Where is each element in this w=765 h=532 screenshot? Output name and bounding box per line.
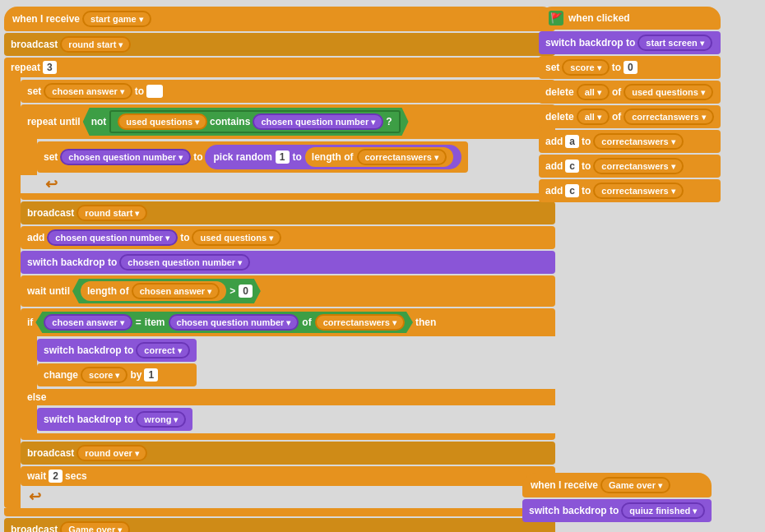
add-chosen-question[interactable]: add chosen question number to used quest… [21,226,555,249]
switch-correct[interactable]: switch backdrop to correct [37,339,197,362]
used-questions-del[interactable]: used questions [624,84,713,100]
correctanswers-add3[interactable]: correctanswers [593,183,683,199]
add-a[interactable]: add a to correctanswers [539,130,721,153]
broadcast-val[interactable]: round start [60,36,131,53]
chosen-q-num-add[interactable]: chosen question number [47,229,178,246]
start-screen-val[interactable]: start screen [638,35,712,51]
repeat-until-header[interactable]: repeat until not used questions contains… [21,104,555,139]
repeat-until-left [21,139,37,175]
broadcast2-val[interactable]: round start [76,205,147,221]
game-over-val[interactable]: Game over [60,521,130,532]
add-c1[interactable]: add c to correctanswers [539,155,721,178]
if-left-bar [21,336,37,389]
game-over-receive-val[interactable]: Game over [600,477,670,493]
if-then-body: switch backdrop to correct change score … [21,336,555,389]
broadcast-game-over[interactable]: broadcast Game over [4,518,555,532]
all-qty2[interactable]: all [577,109,610,125]
add-a-val[interactable]: a [565,135,579,148]
receive-game-over-label: when I receive [531,479,598,491]
length-of-block[interactable]: length of correctanswers [305,147,453,167]
add-c2-val[interactable]: c [565,184,579,197]
repeat-bottom [4,508,555,516]
if-header[interactable]: if chosen answer = item chosen question … [21,308,555,336]
else-inner: switch backdrop to wrong [37,405,192,433]
broadcast-round-start-2[interactable]: broadcast round start [21,201,555,224]
used-questions-list[interactable]: used questions [118,113,207,130]
hat-when-clicked[interactable]: 🚩 when clicked [539,7,721,30]
correctanswers-list[interactable]: correctanswers [357,149,447,165]
correctanswers-add2[interactable]: correctanswers [593,158,683,174]
wait-until-condition[interactable]: length of chosen answer > 0 [72,279,261,303]
repeat-left-bar [4,77,21,508]
else-left-bar [21,405,37,433]
wait-num[interactable]: 2 [49,470,63,483]
switch-quiz-finished[interactable]: switch backdrop to quiuz finished [522,499,712,522]
score-var[interactable]: score [81,367,128,383]
length-chosen-answer[interactable]: length of chosen answer [81,281,226,301]
correct-val[interactable]: correct [136,342,189,359]
if-block: if chosen answer = item chosen question … [21,308,555,440]
score-set-var[interactable]: score [562,59,609,76]
delete-used-questions[interactable]: delete all of used questions [539,81,721,104]
receive-value[interactable]: start game [82,11,151,27]
if-bottom [21,433,555,440]
chosen-question-number-var[interactable]: chosen question number [253,113,383,130]
repeat-until-body: set chosen question number to pick rando… [21,139,555,175]
chosen-answer-var[interactable]: chosen answer [44,83,132,99]
hat-when-receive[interactable]: when I receive start game [4,7,555,31]
contains-block[interactable]: used questions contains chosen question … [109,110,400,133]
set-value-empty[interactable] [146,85,163,98]
set-score-0[interactable]: set score to 0 [539,56,721,79]
broadcast-round-start[interactable]: broadcast round start [4,33,555,56]
switch-backdrop-q[interactable]: switch backdrop to chosen question numbe… [21,251,555,274]
if-condition[interactable]: chosen answer = item chosen question num… [35,312,413,333]
left-panel: when I receive start game broadcast roun… [4,7,555,532]
change-score[interactable]: change score by 1 [37,363,197,386]
all-qty1[interactable]: all [577,84,610,100]
curve-arrow-2: ↩ [29,488,555,506]
set-chosen-question[interactable]: set chosen question number to pick rando… [37,141,468,173]
used-questions-add[interactable]: used questions [192,229,281,246]
switch-wrong[interactable]: switch backdrop to wrong [37,408,192,431]
repeat-block: repeat 3 set chosen answer to [4,58,555,516]
wait-until-block[interactable]: wait until length of chosen answer > 0 [21,275,555,307]
repeat-until-inner: set chosen question number to pick rando… [37,139,468,175]
chosen-answer-wait[interactable]: chosen answer [132,283,220,299]
random-from[interactable]: 1 [276,150,290,164]
add-c1-val[interactable]: c [565,160,579,173]
wait-val[interactable]: 0 [239,285,253,298]
round-over-val[interactable]: round over [76,445,146,461]
if-inner: switch backdrop to correct change score … [37,336,197,389]
chosen-q-num-var[interactable]: chosen question number [60,149,191,165]
repeat-until-bottom [21,193,555,200]
repeat-header[interactable]: repeat 3 [4,58,555,77]
else-body: switch backdrop to wrong [21,405,555,433]
repeat-body: set chosen answer to repeat until not [4,77,555,508]
curve-arrow: ↩ [45,175,555,193]
pick-random-block[interactable]: pick random 1 to length of correctanswer… [205,145,461,169]
wrong-val[interactable]: wrong [136,411,186,428]
delete-correctanswers[interactable]: delete all of correctanswers [539,105,721,128]
quiz-finished-val[interactable]: quiuz finished [621,502,705,519]
add-c2[interactable]: add c to correctanswers [539,179,721,202]
wait-secs[interactable]: wait 2 secs [21,466,555,486]
else-label: else [21,389,555,405]
repeat-inner: set chosen answer to repeat until not [21,77,555,508]
hat-game-over[interactable]: when I receive Game over [522,473,712,497]
right-panel: 🚩 when clicked switch backdrop to start … [539,7,721,202]
change-val[interactable]: 1 [144,368,158,382]
green-flag-icon: 🚩 [549,11,563,25]
chosen-ans-if[interactable]: chosen answer [44,314,132,331]
set-chosen-answer[interactable]: set chosen answer to [21,80,555,103]
chosen-q-if[interactable]: chosen question number [169,314,299,331]
broadcast-round-over[interactable]: broadcast round over [21,442,555,465]
correctanswers-add1[interactable]: correctanswers [593,133,683,150]
correctanswers-if[interactable]: correctanswers [315,314,405,331]
repeat-count[interactable]: 3 [43,61,57,74]
switch-q-val[interactable]: chosen question number [119,254,250,271]
score-set-val[interactable]: 0 [624,61,638,74]
correctanswers-del[interactable]: correctanswers [624,109,713,125]
repeat-until-block: repeat until not used questions contains… [21,104,555,200]
not-block[interactable]: not used questions contains chosen quest… [83,108,409,136]
switch-start-screen[interactable]: switch backdrop to start screen [539,31,721,54]
